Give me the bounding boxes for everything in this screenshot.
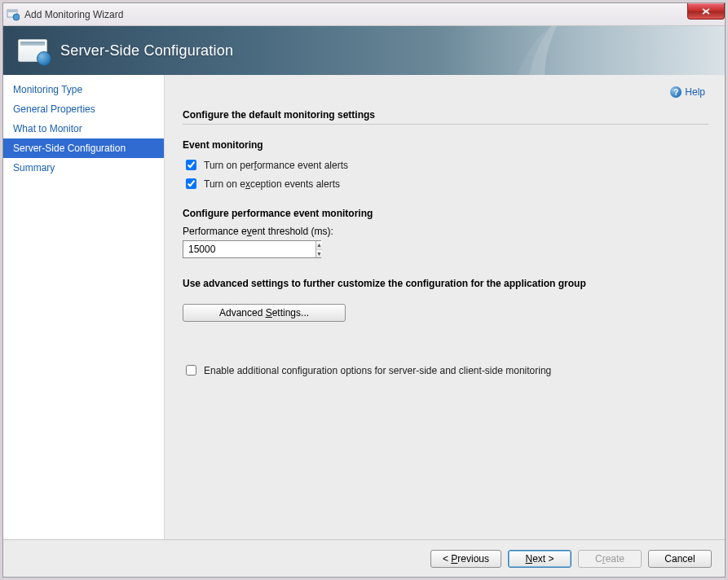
help-label: Help (685, 86, 705, 98)
create-button: Create (578, 550, 642, 568)
event-monitoring-heading: Event monitoring (183, 139, 708, 151)
next-button[interactable]: Next > (508, 550, 571, 568)
banner-icon (18, 39, 47, 62)
window-title: Add Monitoring Wizard (24, 9, 123, 20)
main-panel: ? Help Configure the default monitoring … (165, 75, 725, 539)
wizard-window: Add Monitoring Wizard Server-Side Config… (2, 2, 726, 578)
exception-alerts-label: Turn on exception events alerts (204, 178, 340, 190)
threshold-spin-down[interactable]: ▼ (316, 250, 322, 258)
sidebar-item-summary[interactable]: Summary (3, 158, 164, 178)
sidebar-item-server-side-configuration[interactable]: Server-Side Configuration (3, 138, 164, 158)
help-icon: ? (670, 86, 682, 98)
footer: < Previous Next > Create Cancel (3, 539, 725, 577)
perf-alerts-checkbox[interactable] (186, 160, 196, 170)
perf-config-heading: Configure performance event monitoring (183, 208, 708, 219)
body: Monitoring Type General Properties What … (3, 75, 725, 539)
svg-point-2 (13, 14, 20, 20)
sidebar-item-monitoring-type[interactable]: Monitoring Type (3, 80, 164, 99)
perf-alerts-label: Turn on performance event alerts (204, 160, 348, 171)
svg-rect-1 (8, 11, 16, 12)
threshold-spinbox: ▲ ▼ (183, 240, 321, 258)
previous-button[interactable]: < Previous (430, 550, 501, 568)
cancel-button[interactable]: Cancel (648, 550, 712, 568)
threshold-spin-up[interactable]: ▲ (316, 241, 322, 250)
exception-alerts-checkbox[interactable] (186, 178, 196, 189)
enable-additional-label: Enable additional configuration options … (204, 365, 551, 376)
banner-title: Server-Side Configuration (60, 42, 233, 59)
sidebar: Monitoring Type General Properties What … (3, 75, 165, 539)
close-button[interactable] (687, 3, 725, 20)
titlebar: Add Monitoring Wizard (3, 3, 725, 26)
app-icon (7, 8, 20, 21)
sidebar-item-what-to-monitor[interactable]: What to Monitor (3, 119, 164, 138)
banner: Server-Side Configuration (3, 26, 725, 75)
enable-additional-checkbox[interactable] (186, 365, 196, 376)
sidebar-item-general-properties[interactable]: General Properties (3, 99, 164, 119)
advanced-settings-button[interactable]: Advanced Settings... (183, 304, 346, 322)
advanced-heading: Use advanced settings to further customi… (183, 278, 708, 289)
page-heading: Configure the default monitoring setting… (183, 109, 708, 125)
threshold-input[interactable] (183, 241, 315, 257)
threshold-label: Performance event threshold (ms): (183, 226, 708, 237)
help-link[interactable]: ? Help (670, 86, 705, 98)
